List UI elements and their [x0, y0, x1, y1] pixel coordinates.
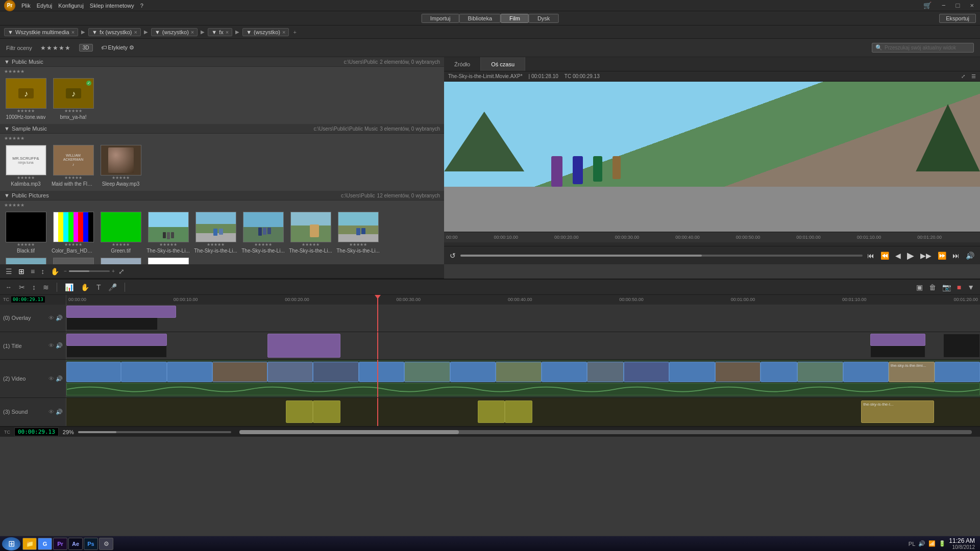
- menu-help[interactable]: ?: [140, 3, 143, 9]
- tl-track-select-tool[interactable]: ≋: [41, 283, 51, 291]
- preview-rewind-start-button[interactable]: ⏮: [866, 252, 876, 260]
- video-clip-8[interactable]: [404, 362, 450, 383]
- filter-stars[interactable]: ★★★★★: [40, 44, 71, 52]
- video-clip-18[interactable]: [843, 362, 889, 383]
- video-clip-13[interactable]: [624, 362, 670, 383]
- breadcrumb-fx[interactable]: ▼ fx (wszystko) ×: [88, 28, 141, 36]
- media-item-sky4[interactable]: ★★★★★ The-Sky-is-the-Li...: [289, 212, 332, 254]
- media-browser[interactable]: ▼ Public Music c:\Users\Public 2 element…: [0, 57, 444, 264]
- track-eye-overlay[interactable]: 👁: [48, 315, 54, 321]
- media-search-box[interactable]: 🔍 Przeszukaj swój aktualny widok: [872, 43, 974, 53]
- breadcrumb-all-3[interactable]: ▼ fx ×: [208, 28, 232, 36]
- media-item-green[interactable]: ★★★★★ Green.tif: [99, 212, 142, 254]
- preview-fwd-end-button[interactable]: ⏭: [951, 252, 961, 260]
- timeline-ruler-area[interactable]: 00:00:00 00:00:10.00 00:00:20.00 00:00:3…: [66, 295, 980, 305]
- breadcrumb-x-3[interactable]: ×: [226, 29, 229, 35]
- group-header-sample-music[interactable]: ▼ Sample Music c:\Users\Public\Public Mu…: [0, 124, 444, 134]
- view-grid-icon[interactable]: ⊞: [17, 267, 26, 276]
- media-item-sky3[interactable]: ★★★★★ The-Sky-is-the-Li...: [241, 212, 285, 254]
- preview-expand-icon[interactable]: ⤢: [961, 73, 965, 79]
- film-tab[interactable]: Film: [501, 14, 529, 23]
- video-clip-15[interactable]: [715, 362, 761, 383]
- media-item-white[interactable]: ✓ ★★★★★: [146, 258, 190, 264]
- tl-delete-icon[interactable]: 🗑: [927, 283, 938, 291]
- breadcrumb-x-1[interactable]: ×: [134, 29, 137, 35]
- track-audio-title[interactable]: 🔊: [56, 342, 63, 349]
- timeline-zoom-slider[interactable]: [78, 431, 231, 433]
- track-audio-sound[interactable]: 🔊: [56, 409, 63, 415]
- view-list-icon[interactable]: ☰: [4, 267, 14, 276]
- breadcrumb-x-0[interactable]: ×: [71, 29, 75, 35]
- filter-tags-label[interactable]: 🏷 Etykiety ⚙: [101, 44, 135, 51]
- taskbar-clock[interactable]: 11:26 AM 10/8/2012: [949, 537, 975, 550]
- tl-split-view-icon[interactable]: ▣: [915, 283, 924, 291]
- export-button[interactable]: Eksportuj: [939, 14, 976, 23]
- tab-source[interactable]: Źródło: [444, 57, 481, 71]
- taskbar-volume-icon[interactable]: 🔊: [918, 540, 925, 547]
- media-item-tone[interactable]: ♪ ★★★★★ 1000Hz-tone.wav: [4, 78, 47, 120]
- tl-slip-tool[interactable]: ↕: [31, 283, 37, 291]
- track-content-video[interactable]: the-sky-is-the-limi...: [66, 360, 980, 397]
- view-options-icon[interactable]: ≡: [29, 267, 36, 276]
- preview-back-frame-button[interactable]: ◀: [894, 252, 902, 260]
- breadcrumb-all-media[interactable]: ▼ Wszystkie multimedia ×: [4, 28, 78, 36]
- media-item-bike2[interactable]: ★★★★★ The-Sky-is-the-Li...: [52, 258, 95, 264]
- start-button[interactable]: ⊞: [2, 537, 20, 550]
- tl-audio-tool[interactable]: 🎤: [107, 283, 118, 291]
- media-item-bars[interactable]: ★★★★★ Color_Bars_HD_1...: [52, 212, 95, 254]
- sound-clip-3[interactable]: [478, 400, 505, 423]
- media-fullscreen-icon[interactable]: ⤢: [117, 267, 126, 276]
- track-audio-video[interactable]: 🔊: [56, 375, 63, 382]
- video-clip-12[interactable]: [587, 362, 624, 383]
- media-item-bike1[interactable]: ★★★★★ The-Sky-is-the-Li...: [4, 258, 47, 264]
- tl-razor-tool[interactable]: ✂: [17, 283, 27, 291]
- video-clip-9[interactable]: [450, 362, 496, 383]
- media-item-maid[interactable]: WILLIAMACKERMAN♪ ★★★★★ Maid with the Fla…: [52, 145, 95, 187]
- sound-clip-2[interactable]: [313, 400, 340, 423]
- media-item-black[interactable]: ★★★★★ Black.tif: [4, 212, 47, 254]
- tc-value-display[interactable]: 00:00:29.13: [14, 428, 59, 436]
- media-item-bmx[interactable]: ♪ ✓ ★★★★★ bmx_ya-ha!: [52, 78, 95, 120]
- menu-edytuj[interactable]: Edytuj: [37, 3, 53, 9]
- taskbar-app-chrome[interactable]: G: [38, 538, 52, 550]
- preview-progress-bar[interactable]: [460, 255, 863, 257]
- preview-step-fwd-button[interactable]: ⏩: [936, 252, 948, 260]
- video-clip-2[interactable]: [121, 362, 167, 383]
- taskbar-app-explorer[interactable]: 📁: [22, 538, 37, 550]
- video-clip-sky[interactable]: the-sky-is-the-limi...: [889, 362, 935, 383]
- breadcrumb-add[interactable]: +: [291, 29, 298, 35]
- clip-title-purple3[interactable]: [870, 334, 925, 346]
- taskbar-app-settings[interactable]: ⚙: [99, 538, 113, 550]
- tl-text-tool[interactable]: T: [95, 283, 103, 291]
- video-clip-5[interactable]: [267, 362, 313, 383]
- window-shop-icon[interactable]: 🛒: [921, 2, 934, 9]
- track-content-title[interactable]: [66, 332, 980, 359]
- disc-tab[interactable]: Dysk: [529, 14, 558, 23]
- video-clip-11[interactable]: [542, 362, 587, 383]
- preview-volume-button[interactable]: 🔊: [964, 252, 976, 260]
- tags-settings-icon[interactable]: ⚙: [129, 44, 134, 51]
- video-clip-3[interactable]: [167, 362, 213, 383]
- sound-clip-sky[interactable]: the-sky-is-the-l...: [861, 400, 934, 423]
- preview-settings-icon[interactable]: ☰: [971, 73, 976, 79]
- preview-loop-button[interactable]: ↺: [448, 252, 457, 260]
- media-item-sky1[interactable]: ★★★★★ The-Sky-is-the-Li...: [146, 212, 190, 254]
- breadcrumb-all-4[interactable]: ▼ (wszystko) ×: [242, 28, 289, 36]
- preview-play-button[interactable]: ▶: [905, 250, 916, 261]
- media-item-sky2[interactable]: ★★★★★ The-Sky-is-the-Li...: [194, 212, 237, 254]
- video-clip-16[interactable]: [761, 362, 797, 383]
- sound-clip-1[interactable]: [286, 400, 313, 423]
- window-maximize-button[interactable]: □: [954, 2, 962, 9]
- track-eye-sound[interactable]: 👁: [48, 409, 54, 415]
- grab-icon[interactable]: ✋: [49, 267, 61, 276]
- timeline-scrollbar[interactable]: [239, 430, 972, 434]
- group-header-public-pictures[interactable]: ▼ Public Pictures c:\Users\Public 12 ele…: [0, 191, 444, 201]
- filter-3d-button[interactable]: 3D: [79, 44, 93, 52]
- track-content-sound[interactable]: the-sky-is-the-l...: [66, 398, 980, 426]
- menu-konfiguruj[interactable]: Konfiguruj: [58, 3, 84, 9]
- sort-icon[interactable]: ↕: [39, 267, 46, 276]
- breadcrumb-x-2[interactable]: ×: [191, 29, 194, 35]
- video-clip-20[interactable]: [935, 362, 981, 383]
- breadcrumb-all-2[interactable]: ▼ (wszystko) ×: [151, 28, 198, 36]
- taskbar-battery-icon[interactable]: 🔋: [939, 540, 946, 547]
